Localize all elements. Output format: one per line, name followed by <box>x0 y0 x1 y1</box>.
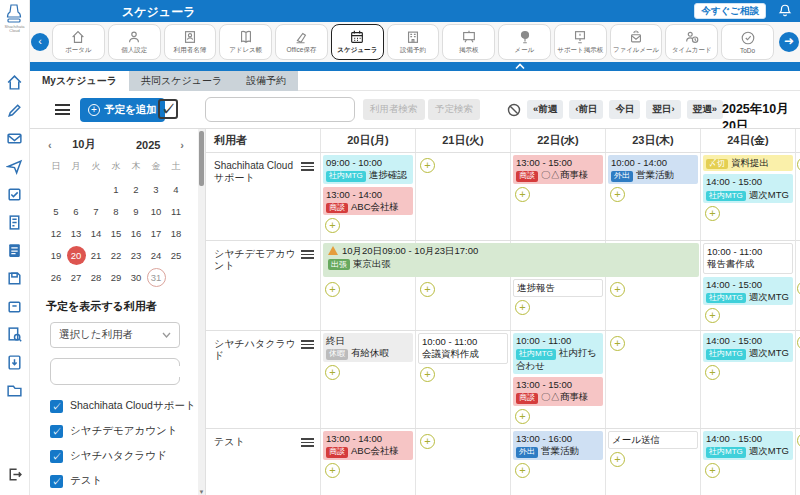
calendar-day[interactable]: 19 <box>46 246 66 265</box>
row-menu-icon[interactable] <box>301 340 314 349</box>
archive-box-icon[interactable] <box>6 298 23 315</box>
add-event-icon[interactable]: + <box>705 308 720 323</box>
calendar-day[interactable]: 18 <box>166 224 186 243</box>
calendar-day[interactable]: 9 <box>126 202 146 221</box>
event-search-button[interactable]: 予定検索 <box>428 99 480 120</box>
calendar-day[interactable]: 8 <box>106 202 126 221</box>
event[interactable]: 13:00 - 14:00 商談ABC会社様 <box>323 431 413 460</box>
toolbar-item-personal-settings[interactable]: 個人設定 <box>108 24 161 60</box>
send-icon[interactable] <box>6 158 23 175</box>
calendar-day[interactable]: 27 <box>66 268 86 287</box>
tab-facility-booking[interactable]: 設備予約 <box>234 71 298 91</box>
prev-day-button[interactable]: ‹前日 <box>569 100 603 119</box>
add-event-icon[interactable]: + <box>705 463 720 478</box>
calendar-day[interactable] <box>86 180 106 199</box>
home-icon[interactable] <box>6 74 23 91</box>
toolbar-item-bulletin-board[interactable]: 掲示板 <box>442 24 495 60</box>
user-checkbox-row[interactable]: ✓ Shachihata Cloudサポート <box>50 399 198 413</box>
calendar-day[interactable]: 12 <box>46 224 66 243</box>
event[interactable]: 13:00 - 15:00 商談〇△商事様 <box>513 155 603 184</box>
calendar-day[interactable]: 2 <box>126 180 146 199</box>
event[interactable]: 10:00 - 11:00 会議資料作成 <box>418 333 508 364</box>
calendar-day[interactable]: 4 <box>166 180 186 199</box>
scrollbar-down-arrow-icon[interactable]: ▼ <box>198 489 205 495</box>
menu-hamburger-icon[interactable] <box>55 104 70 115</box>
calendar-day[interactable]: 28 <box>86 268 106 287</box>
calendar-day[interactable]: 13 <box>66 224 86 243</box>
folder-icon[interactable] <box>6 382 23 399</box>
calendar-day-selected[interactable]: 20 <box>67 246 86 265</box>
calendar-day[interactable]: 17 <box>146 224 166 243</box>
toolbar-item-file-mail[interactable]: ファイルメール <box>610 24 663 60</box>
today-button[interactable]: 今日 <box>609 100 640 119</box>
next-week-button[interactable]: 翌週» <box>687 100 723 119</box>
user-filter-search-input[interactable] <box>62 366 194 377</box>
toolbar-item-timecard[interactable]: タイムカード <box>665 24 718 60</box>
calendar-day[interactable]: 10 <box>146 202 166 221</box>
event[interactable]: 13:00 - 14:00 商談ABC会社様 <box>323 187 413 216</box>
user-search-button[interactable]: 利用者検索 <box>363 99 425 120</box>
event[interactable]: 終日 休暇有給休暇 <box>323 333 413 362</box>
row-menu-icon[interactable] <box>301 250 314 259</box>
toolbar-scroll-right-icon[interactable]: ➜ <box>779 32 799 52</box>
toolbar-item-facility-booking[interactable]: 設備予約 <box>387 24 440 60</box>
calendar-day[interactable]: 30 <box>126 268 146 287</box>
user-checkbox-row[interactable]: ✓ シヤチデモアカウント <box>50 424 198 438</box>
user-checkbox-row[interactable]: ✓ テスト <box>50 474 198 488</box>
event[interactable]: メール送信 <box>608 431 698 449</box>
calendar-day[interactable]: 1 <box>106 180 126 199</box>
calendar-day[interactable]: 16 <box>126 224 146 243</box>
calendar-day[interactable]: 14 <box>86 224 106 243</box>
calendar-day[interactable]: 29 <box>106 268 126 287</box>
calendar-day[interactable]: 5 <box>46 202 66 221</box>
calendar-day[interactable]: 7 <box>86 202 106 221</box>
event[interactable]: 14:00 - 15:00 社内MTG週次MTG <box>703 431 793 460</box>
user-filter-select[interactable]: 選択した利用者 <box>50 322 180 348</box>
calendar-day[interactable]: 6 <box>66 202 86 221</box>
event[interactable]: 10:00 - 14:00 外出営業活動 <box>608 155 698 184</box>
calendar-day-circled[interactable]: 31 <box>147 268 166 287</box>
calendar-day[interactable]: 11 <box>166 202 186 221</box>
toolbar-collapse-strip[interactable] <box>30 62 800 71</box>
event[interactable]: 10:00 - 11:00 報告書作成 <box>703 243 793 274</box>
event[interactable]: 〆切資料提出 <box>703 155 793 171</box>
calendar-day[interactable] <box>66 180 86 199</box>
add-event-icon[interactable]: + <box>515 187 530 202</box>
add-event-icon[interactable]: + <box>325 365 340 380</box>
notification-bell-icon[interactable] <box>778 3 792 18</box>
search-input[interactable] <box>216 104 348 115</box>
toolbar-item-mail[interactable]: メール <box>498 24 551 60</box>
tab-shared-scheduler[interactable]: 共同スケジューラ <box>129 71 234 91</box>
calendar-day[interactable] <box>46 180 66 199</box>
toolbar-item-address-book[interactable]: アドレス帳 <box>219 24 272 60</box>
toolbar-item-support-board[interactable]: サポート掲示板 <box>554 24 607 60</box>
add-event-icon[interactable]: + <box>515 300 530 315</box>
add-event-icon[interactable]: + <box>610 336 625 351</box>
event[interactable]: 10:00 - 11:00 社内MTG社内打ち合わせ <box>513 333 603 374</box>
document-list-icon[interactable] <box>6 214 23 231</box>
add-event-icon[interactable]: + <box>610 452 625 467</box>
event[interactable]: 進捗報告 <box>513 279 603 297</box>
logout-icon[interactable] <box>6 466 23 483</box>
add-event-icon[interactable]: + <box>705 365 720 380</box>
calendar-day[interactable]: 21 <box>86 246 106 265</box>
add-event-icon[interactable]: + <box>325 218 340 233</box>
stamp-document-icon[interactable] <box>6 242 23 259</box>
prev-week-button[interactable]: «前週 <box>527 100 563 119</box>
edit-pencil-icon[interactable] <box>6 102 23 119</box>
add-event-icon[interactable]: + <box>420 158 435 173</box>
add-event-icon[interactable]: + <box>325 282 340 297</box>
add-event-icon[interactable]: + <box>420 434 435 449</box>
mail-icon[interactable] <box>6 130 23 147</box>
add-event-icon[interactable]: + <box>705 206 720 221</box>
calendar-day[interactable]: 3 <box>146 180 166 199</box>
scrollbar-thumb[interactable] <box>199 131 204 186</box>
document-search-icon[interactable] <box>6 326 23 343</box>
event[interactable]: 13:00 - 15:00 商談〇△商事様 <box>513 377 603 406</box>
calendar-day[interactable]: 23 <box>126 246 146 265</box>
row-menu-icon[interactable] <box>301 162 314 171</box>
add-event-button[interactable]: + 予定を追加 <box>80 98 165 122</box>
sidebar-scrollbar[interactable]: ▼ <box>198 129 205 495</box>
toolbar-item-user-roster[interactable]: 利用者名簿 <box>164 24 217 60</box>
event[interactable]: 14:00 - 15:00 社内MTG週次MTG <box>703 333 793 362</box>
